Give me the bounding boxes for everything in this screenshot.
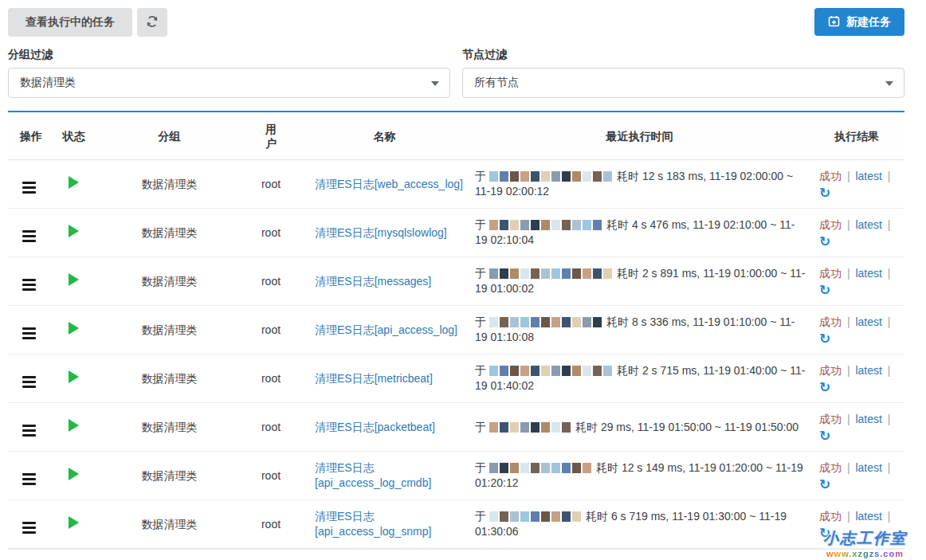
result-cell: 成功 | latest | ↻: [809, 504, 904, 544]
row-actions-menu-icon[interactable]: [21, 519, 37, 536]
refresh-button[interactable]: [137, 8, 167, 37]
task-name-link[interactable]: 清理ES日志[metricbeat]: [315, 372, 433, 385]
result-cell: 成功 | latest | ↻: [809, 213, 904, 253]
last-exec-cell: 于耗时 4 s 476 ms, 11-19 02:10:00 ~ 11-19 0…: [470, 213, 809, 253]
redacted-node-mosaic: [489, 171, 612, 182]
row-refresh-icon[interactable]: ↻: [819, 235, 901, 248]
row-refresh-icon[interactable]: ↻: [819, 478, 901, 491]
separator: |: [847, 267, 850, 280]
result-cell: 成功 | latest | ↻: [809, 456, 904, 495]
result-status-link[interactable]: 成功: [819, 364, 842, 377]
result-latest-link[interactable]: latest: [855, 364, 881, 377]
time-prefix: 于: [475, 364, 486, 377]
result-status-link[interactable]: 成功: [819, 461, 842, 474]
result-cell: 成功 | latest | ↻: [809, 261, 904, 301]
task-name-link[interactable]: 清理ES日志[packetbeat]: [315, 421, 435, 433]
header-group: 分组: [96, 129, 243, 143]
row-refresh-icon[interactable]: ↻: [819, 284, 901, 296]
row-refresh-icon[interactable]: ↻: [819, 381, 901, 394]
status-play-icon[interactable]: [69, 516, 79, 529]
row-refresh-icon[interactable]: ↻: [819, 527, 901, 539]
row-actions-menu-icon[interactable]: [21, 374, 37, 390]
time-text: 耗时 29 ms, 11-19 01:50:00 ~ 11-19 01:50:0…: [575, 421, 798, 433]
result-status-link[interactable]: 成功: [819, 315, 842, 328]
result-latest-link[interactable]: latest: [855, 510, 881, 523]
result-latest-link[interactable]: latest: [855, 461, 881, 474]
time-prefix: 于: [475, 218, 486, 231]
separator: |: [888, 364, 891, 377]
node-filter-label: 节点过滤: [462, 48, 904, 62]
result-status-link[interactable]: 成功: [819, 413, 842, 425]
redacted-node-mosaic: [489, 317, 602, 327]
result-status-link[interactable]: 成功: [819, 170, 842, 182]
separator: |: [847, 413, 850, 425]
node-filter-select[interactable]: 所有节点: [462, 68, 904, 98]
header-op: 操作: [8, 129, 52, 143]
separator: |: [847, 364, 850, 377]
row-refresh-icon[interactable]: ↻: [819, 429, 901, 442]
result-latest-link[interactable]: latest: [855, 315, 881, 328]
header-status: 状态: [52, 129, 96, 143]
chevron-down-icon: [885, 81, 893, 86]
row-refresh-icon[interactable]: ↻: [819, 186, 901, 199]
separator: |: [847, 461, 850, 474]
row-user: root: [261, 469, 281, 482]
table-row: 数据清理类 root 清理ES日志[metricbeat] 于耗时 2 s 71…: [8, 354, 904, 403]
row-actions-menu-icon[interactable]: [21, 179, 37, 196]
result-latest-link[interactable]: latest: [855, 170, 881, 182]
result-status-link[interactable]: 成功: [819, 218, 842, 231]
last-exec-cell: 于耗时 29 ms, 11-19 01:50:00 ~ 11-19 01:50:…: [470, 415, 809, 440]
status-play-icon[interactable]: [69, 273, 79, 286]
toolbar: 查看执行中的任务 新建: [0, 0, 926, 37]
watermark-url: www.xzgzs.com: [823, 549, 907, 558]
status-play-icon[interactable]: [69, 225, 79, 237]
task-name-link[interactable]: 清理ES日志[api_access_log_cmdb]: [315, 461, 431, 489]
row-actions-menu-icon[interactable]: [21, 325, 37, 342]
separator: |: [888, 413, 891, 425]
row-actions-menu-icon[interactable]: [21, 228, 37, 245]
separator: |: [888, 510, 891, 523]
node-filter: 节点过滤 所有节点: [462, 48, 904, 98]
row-group: 数据清理类: [142, 178, 198, 190]
result-status-link[interactable]: 成功: [819, 267, 842, 280]
result-latest-link[interactable]: latest: [855, 218, 881, 231]
row-refresh-icon[interactable]: ↻: [819, 332, 901, 345]
redacted-node-mosaic: [489, 268, 612, 279]
task-name-link[interactable]: 清理ES日志[api_access_log]: [315, 323, 457, 336]
status-play-icon[interactable]: [69, 176, 79, 189]
status-play-icon[interactable]: [69, 322, 79, 335]
row-user: root: [261, 372, 281, 385]
status-play-icon[interactable]: [69, 419, 79, 432]
result-cell: 成功 | latest | ↻: [809, 358, 904, 398]
row-user: root: [261, 178, 281, 190]
new-task-button[interactable]: 新建任务: [814, 8, 904, 36]
task-name-link[interactable]: 清理ES日志[messages]: [315, 275, 431, 288]
task-name-link[interactable]: 清理ES日志[mysqlslowlog]: [315, 226, 447, 239]
row-actions-menu-icon[interactable]: [21, 422, 37, 439]
node-filter-value: 所有节点: [474, 76, 519, 90]
row-actions-menu-icon[interactable]: [21, 471, 37, 488]
result-status-link[interactable]: 成功: [819, 510, 842, 523]
result-latest-link[interactable]: latest: [855, 267, 881, 280]
separator: |: [847, 315, 850, 328]
row-actions-menu-icon[interactable]: [21, 276, 37, 293]
last-exec-cell: 于耗时 2 s 891 ms, 11-19 01:00:00 ~ 11-19 0…: [470, 261, 809, 301]
redacted-node-mosaic: [489, 463, 591, 473]
status-play-icon[interactable]: [69, 468, 79, 480]
task-name-link[interactable]: 清理ES日志[web_access_log]: [315, 178, 463, 190]
result-cell: 成功 | latest | ↻: [809, 164, 904, 204]
group-filter-select[interactable]: 数据清理类: [8, 68, 450, 98]
time-prefix: 于: [475, 461, 486, 474]
table-row: 数据清理类 root 清理ES日志[web_access_log] 于耗时 12…: [8, 160, 904, 209]
last-exec-cell: 于耗时 8 s 336 ms, 11-19 01:10:00 ~ 11-19 0…: [470, 310, 809, 350]
row-user: root: [261, 421, 281, 433]
table-header-row: 操作 状态 分组 用户 名称 最近执行时间 执行结果: [8, 112, 904, 160]
result-latest-link[interactable]: latest: [855, 413, 881, 425]
view-running-tasks-button[interactable]: 查看执行中的任务: [8, 8, 132, 37]
task-name-link[interactable]: 清理ES日志[api_access_log_snmp]: [315, 510, 431, 538]
last-exec-cell: 于耗时 12 s 183 ms, 11-19 02:00:00 ~ 11-19 …: [470, 164, 809, 204]
status-play-icon[interactable]: [69, 370, 79, 383]
time-prefix: 于: [475, 421, 486, 433]
sync-icon: [146, 15, 159, 30]
redacted-node-mosaic: [489, 511, 581, 522]
